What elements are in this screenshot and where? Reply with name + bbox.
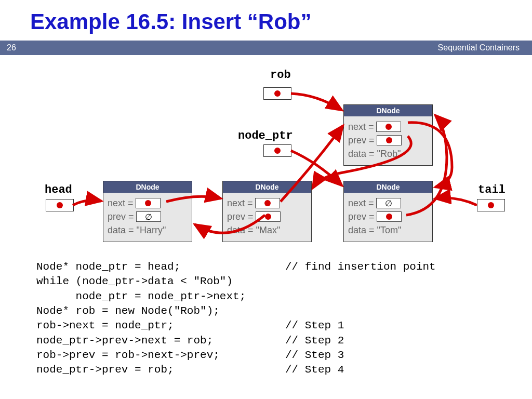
- dnode-header: DNode: [344, 105, 432, 116]
- field-prev: prev =: [348, 134, 428, 147]
- field-next: next =: [227, 197, 307, 209]
- field-data: data = "Harry": [108, 224, 188, 236]
- field-data: data = "Rob": [348, 148, 428, 160]
- rob-ptr-box: [263, 87, 291, 100]
- banner: 26 Sequential Containers: [0, 41, 532, 55]
- dot-icon: [57, 202, 63, 208]
- label-head: head: [45, 183, 72, 196]
- field-prev: prev =∅: [108, 210, 188, 223]
- field-next: next =: [348, 121, 428, 133]
- nodeptr-ptr-box: [263, 144, 291, 157]
- label-rob: rob: [270, 69, 291, 82]
- diagram-area: rob node_ptr head tail DNode next = prev…: [0, 58, 532, 250]
- tail-ptr-box: [477, 199, 505, 211]
- field-prev: prev =: [227, 210, 307, 223]
- field-data: data = "Max": [227, 224, 307, 236]
- page-number: 26: [0, 41, 23, 55]
- banner-text: Sequential Containers: [23, 41, 532, 55]
- field-next: next =: [108, 197, 188, 209]
- field-data: data = "Tom": [348, 224, 428, 236]
- dnode-header: DNode: [103, 181, 192, 193]
- dnode-header: DNode: [223, 181, 311, 193]
- dnode-harry: DNode next = prev =∅ data = "Harry": [103, 181, 192, 242]
- field-prev: prev =: [348, 210, 428, 223]
- code-block: Node* node_ptr = head; // find insertion…: [36, 260, 436, 378]
- dot-icon: [274, 148, 281, 154]
- page-title: Example 16.5: Insert “Rob”: [0, 0, 532, 41]
- dnode-tom: DNode next =∅ prev = data = "Tom": [343, 181, 433, 242]
- dot-icon: [274, 90, 281, 97]
- dnode-max: DNode next = prev = data = "Max": [222, 181, 312, 242]
- label-tail: tail: [478, 183, 506, 196]
- dnode-header: DNode: [344, 181, 432, 193]
- label-node-ptr: node_ptr: [238, 129, 293, 142]
- dnode-rob: DNode next = prev = data = "Rob": [343, 104, 433, 166]
- field-next: next =∅: [348, 197, 428, 209]
- head-ptr-box: [46, 199, 74, 211]
- dot-icon: [488, 202, 494, 208]
